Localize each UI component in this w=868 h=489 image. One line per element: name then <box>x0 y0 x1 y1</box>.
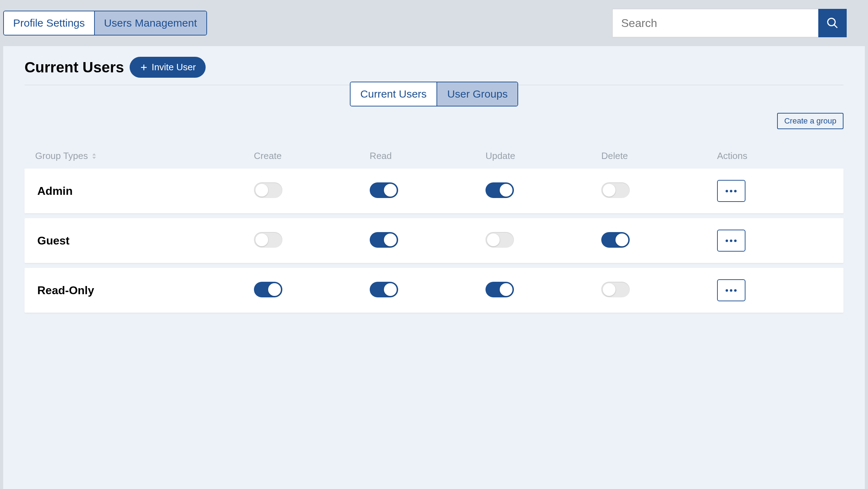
search-container <box>612 9 847 37</box>
sub-tabs-row: Current Users User Groups <box>25 82 843 106</box>
page-title: Current Users <box>25 59 124 76</box>
create-group-row: Create a group <box>25 113 843 129</box>
ellipsis-icon <box>726 190 737 192</box>
table-row: Read-Only <box>25 268 843 313</box>
table-row: Guest <box>25 218 843 263</box>
group-name: Read-Only <box>35 284 254 297</box>
table-row: Admin <box>25 169 843 213</box>
toggle-update[interactable] <box>485 282 514 297</box>
toggle-update[interactable] <box>485 182 514 198</box>
toggle-read[interactable] <box>370 282 398 297</box>
toggle-delete[interactable] <box>601 232 630 248</box>
sub-tabs: Current Users User Groups <box>350 82 519 106</box>
search-input[interactable] <box>612 9 818 37</box>
column-delete: Delete <box>601 150 717 161</box>
column-update: Update <box>485 150 601 161</box>
tab-users-management[interactable]: Users Management <box>94 11 206 35</box>
svg-line-1 <box>834 25 837 28</box>
svg-point-0 <box>828 18 835 26</box>
group-name: Admin <box>35 185 254 198</box>
ellipsis-icon <box>726 289 737 292</box>
invite-user-button[interactable]: Invite User <box>130 57 206 78</box>
tab-profile-settings[interactable]: Profile Settings <box>4 11 94 35</box>
svg-marker-4 <box>92 153 96 155</box>
subtab-user-groups[interactable]: User Groups <box>436 82 517 106</box>
column-create: Create <box>254 150 370 161</box>
plus-icon <box>140 63 148 72</box>
row-actions-button[interactable] <box>717 180 745 202</box>
toggle-update[interactable] <box>485 232 514 248</box>
group-name: Guest <box>35 234 254 247</box>
toggle-delete[interactable] <box>601 282 630 297</box>
search-icon <box>826 17 839 29</box>
heading-row: Current Users Invite User <box>25 57 843 78</box>
column-group-types-label: Group Types <box>35 150 88 161</box>
groups-table: Group Types Create Read Update Delete Ac… <box>25 143 843 313</box>
search-button[interactable] <box>818 9 847 37</box>
sort-icon <box>91 150 97 161</box>
content-area: Current Users Invite User Current Users … <box>3 46 865 489</box>
toggle-read[interactable] <box>370 232 398 248</box>
toggle-read[interactable] <box>370 182 398 198</box>
invite-user-label: Invite User <box>152 62 196 73</box>
table-header-row: Group Types Create Read Update Delete Ac… <box>25 143 843 169</box>
toggle-create[interactable] <box>254 182 282 198</box>
top-tabs: Profile Settings Users Management <box>3 11 207 35</box>
row-actions-button[interactable] <box>717 230 745 252</box>
row-actions-button[interactable] <box>717 279 745 301</box>
column-read: Read <box>370 150 485 161</box>
top-bar: Profile Settings Users Management <box>0 0 868 46</box>
create-group-button[interactable]: Create a group <box>777 113 843 129</box>
toggle-create[interactable] <box>254 232 282 248</box>
toggle-delete[interactable] <box>601 182 630 198</box>
ellipsis-icon <box>726 240 737 242</box>
subtab-current-users[interactable]: Current Users <box>351 82 437 106</box>
column-actions: Actions <box>717 150 833 161</box>
column-group-types[interactable]: Group Types <box>35 150 254 161</box>
toggle-create[interactable] <box>254 282 282 297</box>
svg-marker-5 <box>92 157 96 159</box>
